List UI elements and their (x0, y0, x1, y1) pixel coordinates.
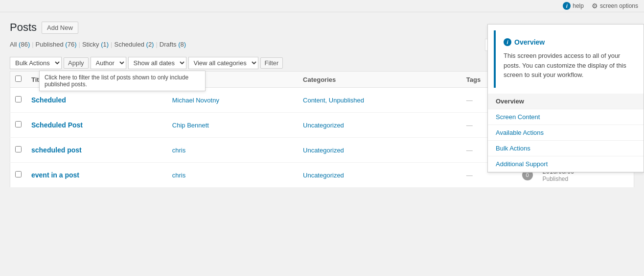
help-nav-item-additional-support[interactable]: Additional Support (488, 156, 644, 172)
row-title: event in a post (26, 163, 167, 188)
row-checkbox[interactable] (15, 146, 22, 152)
screen-options-link[interactable]: ⚙ screen options (592, 2, 638, 10)
page-title: Posts (10, 21, 37, 34)
filter-tabs: All (86) | Published (76) | Sticky (1) |… (10, 41, 186, 48)
category-link[interactable]: Uncategorized (303, 172, 344, 179)
tab-published[interactable]: Published (76) (36, 41, 77, 48)
tab-drafts[interactable]: Drafts (8) (160, 41, 186, 48)
row-categories: Content, Unpublished (298, 88, 461, 113)
help-nav-item-overview: Overview (488, 94, 644, 109)
add-new-button[interactable]: Add New (42, 22, 78, 34)
help-panel: i Overview This screen provides access t… (487, 24, 644, 173)
post-title-link[interactable]: event in a post (31, 171, 79, 179)
row-cb (10, 88, 27, 113)
row-categories: Uncategorized (298, 163, 461, 188)
row-checkbox[interactable] (15, 171, 22, 177)
help-info-icon: i (504, 38, 511, 46)
row-author: Michael Novotny (167, 88, 298, 113)
col-header-categories: Categories (298, 72, 461, 88)
tab-scheduled[interactable]: Scheduled (2) (114, 41, 154, 48)
sep1: | (32, 41, 33, 48)
post-title-link[interactable]: Scheduled Post (31, 121, 83, 129)
post-title-link[interactable]: Scheduled (31, 96, 66, 104)
bulk-actions-select[interactable]: Bulk Actions (10, 57, 62, 69)
row-title: scheduled post (26, 138, 167, 163)
post-title-link[interactable]: scheduled post (31, 146, 82, 154)
categories-select[interactable]: View all categories (188, 57, 258, 69)
row-categories: Uncategorized (298, 138, 461, 163)
help-nav-link-additional-support[interactable]: Additional Support (488, 156, 644, 172)
help-nav-link-available-actions[interactable]: Available Actions (488, 125, 644, 140)
row-author: Chip Bennett (167, 113, 298, 138)
row-checkbox[interactable] (15, 96, 22, 102)
row-title: Scheduled (26, 88, 167, 113)
author-link[interactable]: chris (172, 172, 185, 179)
tooltip-box: Click here to filter the list of posts s… (39, 71, 206, 91)
help-nav-item-bulk-actions[interactable]: Bulk Actions (488, 141, 644, 156)
sep2: | (78, 41, 80, 48)
help-overview-title: i Overview (504, 38, 630, 46)
row-title: Scheduled Post (26, 113, 167, 138)
category-link[interactable]: Content, Unpublished (303, 97, 364, 104)
author-link[interactable]: Chip Bennett (172, 122, 209, 129)
row-categories: Uncategorized (298, 113, 461, 138)
filter-button[interactable]: Filter (260, 57, 283, 69)
main-content: i Overview This screen provides access t… (0, 12, 644, 272)
help-nav-item-available-actions[interactable]: Available Actions (488, 125, 644, 141)
gear-icon: ⚙ (592, 2, 598, 10)
help-nav-link-bulk-actions[interactable]: Bulk Actions (488, 141, 644, 156)
author-link[interactable]: chris (172, 147, 185, 154)
row-checkbox[interactable] (15, 121, 22, 127)
toolbar-left: Bulk Actions Apply Author Show all dates… (10, 57, 283, 69)
help-link[interactable]: i help (563, 2, 584, 10)
author-select[interactable]: Author (91, 57, 126, 69)
select-all-checkbox[interactable] (15, 75, 22, 82)
col-header-cb (10, 72, 27, 88)
row-cb (10, 113, 27, 138)
sep4: | (156, 41, 157, 48)
help-overview-section: i Overview This screen provides access t… (494, 30, 638, 88)
apply-button[interactable]: Apply (64, 57, 89, 69)
dates-select[interactable]: Show all dates (128, 57, 186, 69)
info-icon: i (563, 2, 571, 10)
main-layout: i Overview This screen provides access t… (0, 12, 644, 272)
category-link[interactable]: Uncategorized (303, 122, 344, 129)
author-link[interactable]: Michael Novotny (172, 97, 219, 104)
row-cb (10, 138, 27, 163)
screen-options-label: screen options (600, 2, 638, 9)
tab-sticky[interactable]: Sticky (1) (82, 41, 109, 48)
help-overview-text: This screen provides access to all of yo… (504, 51, 630, 80)
category-link[interactable]: Uncategorized (303, 147, 344, 154)
row-author: chris (167, 163, 298, 188)
help-nav-item-screen-content[interactable]: Screen Content (488, 109, 644, 125)
help-nav-link-screen-content[interactable]: Screen Content (488, 109, 644, 125)
date-status: Published (543, 176, 569, 182)
help-label: help (573, 2, 584, 9)
top-bar: i help ⚙ screen options (0, 0, 644, 12)
tab-all[interactable]: All (86) (10, 41, 30, 48)
sep3: | (111, 41, 112, 48)
row-author: chris (167, 138, 298, 163)
help-nav: Overview Screen Content Available Action… (488, 94, 644, 172)
row-cb (10, 163, 27, 188)
